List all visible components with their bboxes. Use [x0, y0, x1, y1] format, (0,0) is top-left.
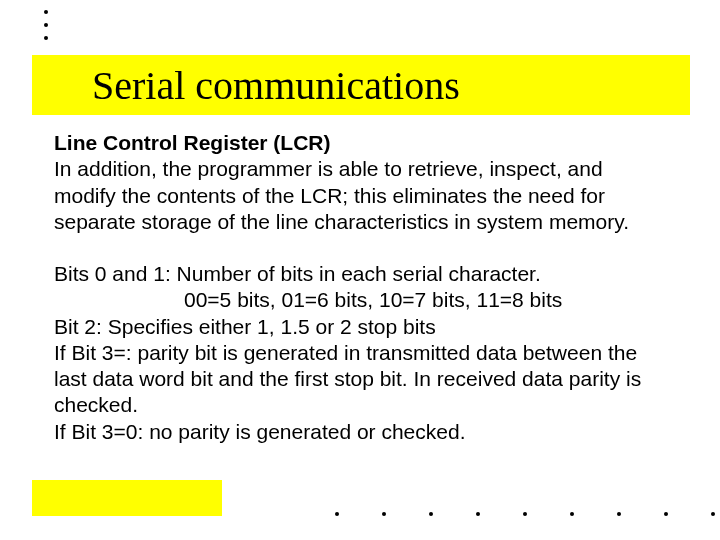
dot-icon — [335, 512, 339, 516]
dot-icon — [523, 512, 527, 516]
paragraph-2: Bits 0 and 1: Number of bits in each ser… — [54, 261, 664, 445]
content-subtitle: Line Control Register (LCR) — [54, 131, 331, 154]
dot-icon — [382, 512, 386, 516]
dot-icon — [617, 512, 621, 516]
content-line: If Bit 3=0: no parity is generated or ch… — [54, 420, 466, 443]
title-bar: Serial communications — [32, 55, 690, 115]
content-line: Bit 2: Specifies either 1, 1.5 or 2 stop… — [54, 315, 436, 338]
dot-icon — [664, 512, 668, 516]
dot-icon — [570, 512, 574, 516]
content-text: In addition, the programmer is able to r… — [54, 157, 629, 233]
slide-content: Line Control Register (LCR) In addition,… — [54, 130, 664, 445]
content-line-indent: 00=5 bits, 01=6 bits, 10=7 bits, 11=8 bi… — [54, 287, 562, 313]
content-line: Bits 0 and 1: Number of bits in each ser… — [54, 262, 541, 285]
decorative-bar-bottom — [32, 480, 222, 516]
paragraph-1: Line Control Register (LCR) In addition,… — [54, 130, 664, 235]
content-line: If Bit 3=: parity bit is generated in tr… — [54, 341, 641, 417]
decorative-dots-bottom — [335, 506, 715, 516]
slide-title: Serial communications — [92, 62, 460, 109]
dot-icon — [476, 512, 480, 516]
dot-icon — [44, 23, 48, 27]
dot-icon — [44, 10, 48, 14]
dot-icon — [429, 512, 433, 516]
decorative-dots-top — [44, 10, 48, 40]
dot-icon — [44, 36, 48, 40]
dot-icon — [711, 512, 715, 516]
